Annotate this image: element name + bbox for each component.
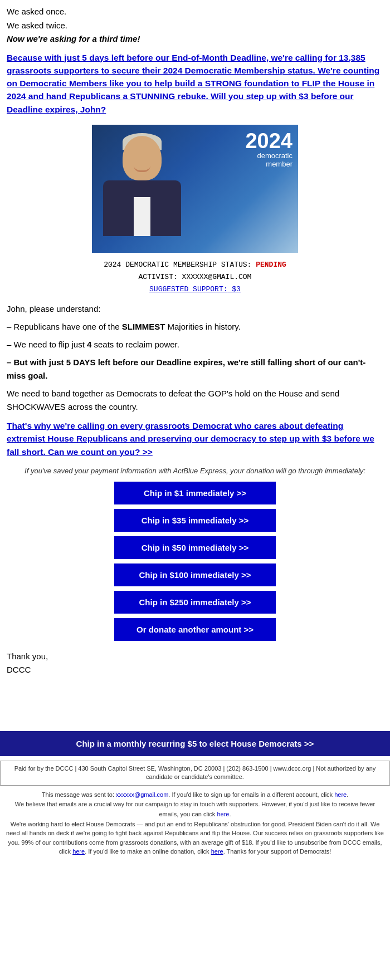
sign-off: Thank you, DCCC (7, 650, 383, 677)
donate-btn-35[interactable]: Chip in $35 immediately >> (114, 509, 276, 532)
status-label: 2024 DEMOCRATIC MEMBERSHIP STATUS: (104, 261, 251, 269)
membership-card-section: 2024 democraticmember (7, 125, 383, 254)
footer-small-text: This message was sent to: xxxxxx@gmail.c… (0, 790, 390, 820)
status-table: 2024 DEMOCRATIC MEMBERSHIP STATUS: PENDI… (7, 259, 383, 296)
intro-section: We asked once. We asked twice. Now we're… (7, 6, 383, 46)
salutation: John, please understand: (7, 302, 383, 316)
intro-line3: Now we're asking for a third time! (7, 33, 383, 46)
membership-card-subtitle: democraticmember (245, 151, 292, 169)
donate-btn-other[interactable]: Or donate another amount >> (114, 618, 276, 641)
footer-fewer-emails-link[interactable]: here (217, 811, 229, 817)
person-suit (103, 180, 181, 236)
footer-different-account-link[interactable]: here (334, 791, 347, 798)
suggested-support-link[interactable]: SUGGESTED SUPPORT: $3 (149, 285, 241, 293)
activist-label: ACTIVIST: (139, 273, 178, 281)
status-row1: 2024 DEMOCRATIC MEMBERSHIP STATUS: PENDI… (7, 259, 383, 271)
intro-line1: We asked once. (7, 6, 383, 18)
footer-line2: We believe that emails are a crucial way… (6, 800, 384, 819)
footer-unsubscribe-link[interactable]: here (72, 848, 85, 855)
person-photo (92, 125, 192, 236)
footer-line1: This message was sent to: xxxxxx@gmail.c… (6, 790, 384, 800)
point4: We need to band together as Democrats to… (7, 387, 383, 414)
donate-btn-100[interactable]: Chip in $100 immediately >> (114, 564, 276, 586)
footer-sticky-button-section: Chip in a monthly recurring $5 to elect … (0, 731, 390, 756)
thanks: Thank you, (7, 650, 383, 663)
person-head (123, 136, 162, 180)
intro-line2: We asked twice. (7, 19, 383, 32)
actblue-note: If you've saved your payment information… (7, 466, 383, 476)
status-value: PENDING (256, 261, 286, 269)
point2: – We need to flip just 4 seats to reclai… (7, 338, 383, 351)
org-name: DCCC (7, 663, 383, 677)
footer-legal: Paid for by the DCCC | 430 South Capitol… (0, 761, 390, 786)
activist-value: XXXXXX@GMAIL.COM (182, 273, 252, 281)
donate-btn-1[interactable]: Chip in $1 immediately >> (114, 482, 276, 504)
point1: – Republicans have one of the SLIMMEST M… (7, 320, 383, 334)
membership-card: 2024 democraticmember (92, 125, 298, 253)
headline-link[interactable]: Because with just 5 days left before our… (7, 51, 383, 116)
donation-buttons-section: Chip in $1 immediately >> Chip in $35 im… (7, 482, 383, 641)
donate-btn-250[interactable]: Chip in $250 immediately >> (114, 591, 276, 614)
donate-btn-50[interactable]: Chip in $50 immediately >> (114, 536, 276, 559)
status-row2: ACTIVIST: XXXXXX@GMAIL.COM (7, 271, 383, 283)
footer-email-link[interactable]: xxxxxx@gmail.com (116, 791, 168, 798)
membership-card-badge: 2024 democraticmember (245, 130, 292, 169)
point3: – But with just 5 DAYS left before our D… (7, 356, 383, 383)
footer-recurring-link[interactable]: Chip in a monthly recurring $5 to elect … (76, 739, 314, 748)
footer-para: We're working hard to elect House Democr… (0, 820, 390, 860)
body-section: John, please understand: – Republicans h… (7, 302, 383, 414)
footer-donate-link[interactable]: here (211, 848, 223, 855)
person-shirt (134, 197, 150, 236)
cta-link[interactable]: That's why we're calling on every grassr… (7, 419, 383, 458)
status-row3: SUGGESTED SUPPORT: $3 (7, 283, 383, 296)
